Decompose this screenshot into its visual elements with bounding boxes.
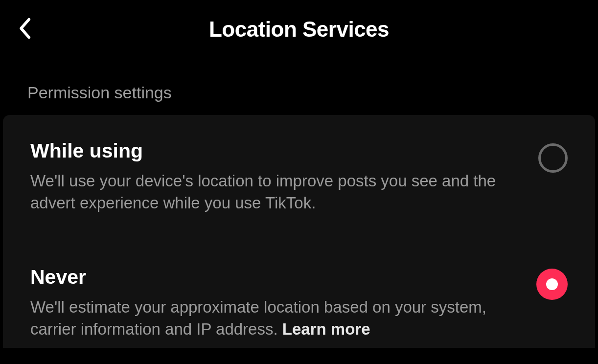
radio-never[interactable] [536, 269, 568, 300]
option-title: Never [30, 266, 568, 289]
learn-more-link[interactable]: Learn more [282, 320, 370, 338]
option-description: We'll estimate your approximate location… [30, 296, 520, 340]
header: Location Services [0, 0, 598, 59]
options-container: While using We'll use your device's loca… [3, 115, 595, 348]
section-header: Permission settings [0, 59, 598, 112]
radio-selected-icon [536, 269, 568, 300]
radio-while-using[interactable] [538, 143, 568, 173]
chevron-left-icon [18, 17, 31, 42]
option-description: We'll use your device's location to impr… [30, 170, 520, 214]
option-description-text: We'll estimate your approximate location… [30, 298, 486, 338]
back-button[interactable] [15, 20, 34, 39]
radio-empty-icon [538, 143, 568, 173]
page-title: Location Services [209, 17, 389, 42]
option-title: While using [30, 139, 568, 162]
option-never[interactable]: Never We'll estimate your approximate lo… [3, 222, 595, 348]
option-while-using[interactable]: While using We'll use your device's loca… [3, 115, 595, 222]
